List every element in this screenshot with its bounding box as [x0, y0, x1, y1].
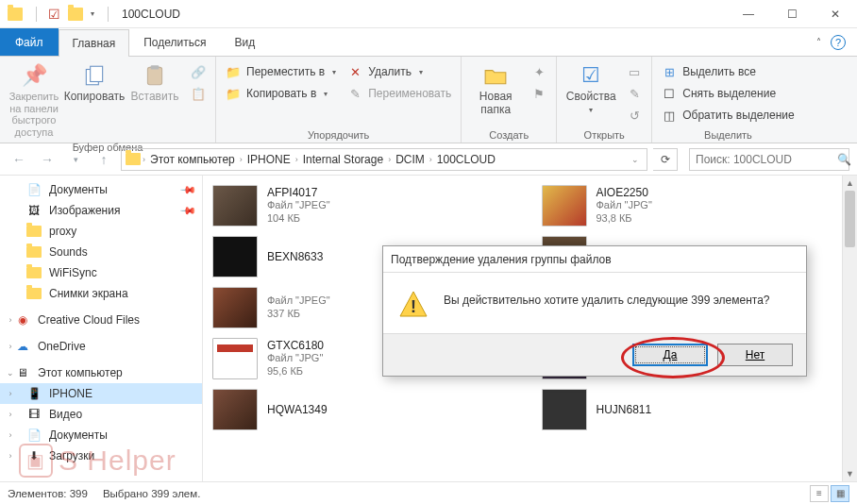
open-icon: ▭ [627, 64, 642, 79]
tree-item-videos[interactable]: ›🎞Видео [0, 404, 202, 425]
file-item[interactable]: AIOE2250 Файл "JPG" 93,8 КБ [540, 181, 850, 230]
help-icon[interactable]: ? [831, 35, 846, 50]
svg-text:!: ! [411, 297, 416, 316]
tree-item[interactable]: proxy [0, 221, 202, 242]
invert-icon: ◫ [662, 108, 677, 123]
properties-button[interactable]: ☑ Свойства ▾ [563, 60, 619, 116]
vertical-scrollbar[interactable]: ▲ ▼ [842, 176, 857, 481]
tree-item[interactable]: WiFiSync [0, 262, 202, 283]
move-icon: 📁 [226, 64, 241, 79]
move-to-button[interactable]: 📁Переместить в▾ [222, 62, 340, 81]
recent-locations-button[interactable]: ▾ [64, 148, 87, 171]
refresh-button[interactable]: ⟳ [653, 148, 678, 171]
tree-item-downloads[interactable]: ›⬇Загрузки [0, 445, 202, 466]
file-thumbnail [212, 338, 258, 379]
paste-icon [140, 62, 170, 89]
search-input[interactable] [696, 153, 837, 166]
scroll-down-icon[interactable]: ▼ [843, 466, 857, 481]
crumb-2[interactable]: Internal Storage [300, 153, 386, 166]
file-size: 337 КБ [267, 308, 330, 321]
crumb-4[interactable]: 100CLOUD [434, 153, 498, 166]
tree-item-this-pc[interactable]: ⌄🖥Этот компьютер [0, 362, 202, 383]
dialog-yes-button[interactable]: Да [632, 344, 708, 366]
new-folder-button[interactable]: Новая папка [467, 60, 524, 119]
copy-path-button[interactable]: 🔗 [187, 62, 210, 81]
tree-item[interactable]: 🖼Изображения📌 [0, 200, 202, 221]
dialog-title: Подтверждение удаления группы файлов [383, 246, 806, 273]
maximize-button[interactable]: ☐ [770, 0, 814, 28]
tree-item-iphone[interactable]: ›📱IPHONE [0, 383, 202, 404]
file-item[interactable]: HUJN6811 [540, 385, 850, 434]
ribbon-collapse-icon[interactable]: ˄ [816, 37, 821, 47]
dialog-no-button[interactable]: Нет [717, 344, 793, 366]
paste-shortcut-button[interactable]: 📋 [187, 84, 210, 103]
file-tab[interactable]: Файл [0, 28, 59, 56]
select-none-icon: ☐ [662, 86, 677, 101]
close-button[interactable]: ✕ [814, 0, 857, 28]
file-item[interactable]: HQWA1349 [210, 385, 521, 434]
crumb-3[interactable]: DCIM [393, 153, 428, 166]
new-item-button[interactable]: ✦ [528, 62, 550, 81]
new-folder-icon [480, 62, 511, 89]
qat-checkbox-icon[interactable]: ☑ [48, 7, 60, 22]
pin-to-quick-access-button[interactable]: 📌 Закрепить на панели быстрого доступа [6, 60, 62, 141]
quick-access-toolbar: ☑ ▾ [0, 7, 112, 22]
file-name: HQWA1349 [267, 403, 328, 416]
history-button[interactable]: ↺ [623, 106, 646, 125]
invert-selection-button[interactable]: ◫Обратить выделение [658, 106, 798, 125]
file-thumbnail [212, 389, 258, 430]
easy-access-button[interactable]: ⚑ [528, 84, 550, 103]
title-bar: ☑ ▾ 100CLOUD — ☐ ✕ [0, 0, 857, 28]
file-item[interactable]: AFPI4017 Файл "JPEG" 104 КБ [210, 181, 521, 230]
search-icon: 🔍 [837, 153, 851, 166]
scroll-up-icon[interactable]: ▲ [843, 176, 857, 191]
tree-item[interactable]: Sounds [0, 242, 202, 262]
qat-dropdown-icon[interactable]: ▾ [91, 9, 94, 18]
tab-view[interactable]: Вид [220, 28, 269, 56]
tab-share[interactable]: Поделиться [129, 28, 220, 56]
address-bar[interactable]: › Этот компьютер› IPHONE› Internal Stora… [121, 148, 647, 171]
up-button[interactable]: ↑ [92, 148, 115, 171]
copy-button[interactable]: Копировать [66, 60, 123, 106]
select-none-button[interactable]: ☐Снять выделение [658, 84, 798, 103]
copy-to-button[interactable]: 📁Копировать в▾ [222, 84, 340, 103]
file-name: AIOE2250 [597, 186, 652, 199]
open-button[interactable]: ▭ [623, 62, 646, 81]
tree-item-creative-cloud[interactable]: ›◉Creative Cloud Files [0, 310, 202, 330]
warning-icon: ! [398, 290, 428, 320]
svg-rect-2 [147, 67, 161, 84]
tab-home[interactable]: Главная [59, 29, 130, 57]
details-view-button[interactable]: ≡ [810, 485, 829, 502]
navigation-pane: 📄Документы📌 🖼Изображения📌 proxy Sounds W… [0, 176, 203, 481]
crumb-0[interactable]: Этот компьютер [147, 153, 238, 166]
qat-folder-icon[interactable] [68, 8, 83, 21]
forward-button[interactable]: → [36, 148, 59, 171]
select-all-button[interactable]: ⊞Выделить все [658, 62, 798, 81]
status-bar: Элементов: 399 Выбрано 399 элем. ≡ ▦ [0, 481, 857, 504]
tree-item-onedrive[interactable]: ›☁OneDrive [0, 336, 202, 357]
tree-item[interactable]: 📄Документы📌 [0, 179, 202, 200]
tree-item-documents[interactable]: ›📄Документы [0, 425, 202, 445]
crumb-1[interactable]: IPHONE [244, 153, 294, 166]
tiles-view-button[interactable]: ▦ [831, 485, 849, 502]
rename-button[interactable]: ✎Переименовать [344, 84, 455, 103]
group-label-new: Создать [467, 128, 550, 142]
scroll-thumb[interactable] [845, 191, 855, 247]
path-icon: 🔗 [191, 64, 206, 79]
delete-icon: ✕ [347, 64, 362, 79]
search-box[interactable]: 🔍 [689, 148, 849, 171]
file-thumbnail [212, 287, 258, 328]
tree-item[interactable]: Снимки экрана [0, 283, 202, 304]
back-button[interactable]: ← [8, 148, 30, 171]
file-name: HUJN6811 [597, 403, 652, 416]
file-type: Файл "JPEG" [267, 199, 330, 212]
minimize-button[interactable]: — [727, 0, 770, 28]
edit-button[interactable]: ✎ [623, 84, 646, 103]
delete-button[interactable]: ✕Удалить▾ [344, 62, 455, 81]
paste-button[interactable]: Вставить [126, 60, 183, 106]
group-label-select: Выделить [658, 128, 798, 142]
shortcut-icon: 📋 [191, 86, 206, 101]
dialog-message: Вы действительно хотите удалить следующи… [444, 290, 770, 307]
svg-rect-1 [91, 66, 103, 81]
file-thumbnail [212, 236, 258, 277]
